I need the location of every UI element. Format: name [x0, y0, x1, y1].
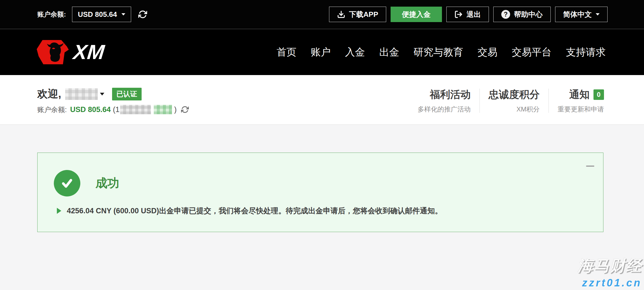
- chevron-down-icon: [100, 93, 104, 95]
- loyalty-points-link[interactable]: 忠诚度积分 XM积分: [489, 88, 540, 114]
- main-content: 成功 4256.04 CNY (600.00 USD)出金申请已提交，我们将会尽…: [0, 125, 644, 290]
- xm-logo-text: XM: [72, 42, 106, 62]
- nav-item-support[interactable]: 支持请求: [566, 46, 606, 59]
- nav-item-research-education[interactable]: 研究与教育: [414, 46, 463, 59]
- language-label: 简体中文: [563, 10, 592, 19]
- loyalty-title: 忠诚度积分: [489, 88, 540, 102]
- help-center-label: 帮助中心: [514, 10, 543, 19]
- account-number-prefix: (1: [113, 105, 120, 114]
- success-message-text: 4256.04 CNY (600.00 USD)出金申请已提交，我们将会尽快处理…: [67, 206, 442, 216]
- balance-amount: USD 805.64: [70, 105, 111, 114]
- xm-members-page: 账户余额: USD 805.64 下载APP 便捷入金 退出 ?: [0, 0, 644, 290]
- account-balance-dropdown[interactable]: USD 805.64: [72, 7, 131, 22]
- easy-deposit-button[interactable]: 便捷入金: [391, 7, 442, 22]
- help-question-icon: ?: [501, 10, 510, 19]
- account-balance-row: 账户余额: USD 805.64 (1 ): [37, 105, 189, 114]
- welcome-bar: 欢迎, 已认证 账户余额: USD 805.64 (1 ): [0, 75, 644, 125]
- notifications-link[interactable]: 通知 0 重要更新和申请: [558, 88, 604, 114]
- topbar-balance-label: 账户余额:: [37, 10, 66, 19]
- notifications-count-badge: 0: [593, 89, 604, 100]
- account-number-suffix: ): [174, 105, 177, 114]
- promotions-title: 福利活动: [418, 88, 471, 102]
- notifications-title: 通知 0: [558, 88, 604, 102]
- watermark: 海马财经 zzrt01.cn: [578, 256, 642, 289]
- logout-icon: [454, 10, 463, 18]
- refresh-icon: [138, 10, 147, 19]
- download-icon: [337, 10, 345, 18]
- topbar: 账户余额: USD 805.64 下载APP 便捷入金 退出 ?: [0, 0, 644, 29]
- censored-account-number: [120, 105, 151, 114]
- download-app-label: 下载APP: [349, 10, 378, 19]
- help-center-button[interactable]: ? 帮助中心: [493, 7, 551, 22]
- download-app-button[interactable]: 下载APP: [329, 7, 386, 22]
- notifications-title-text: 通知: [569, 88, 590, 102]
- divider: [479, 89, 480, 113]
- promotions-link[interactable]: 福利活动 多样化的推广活动: [418, 88, 471, 114]
- chevron-down-icon: [596, 13, 600, 15]
- verified-badge: 已认证: [112, 88, 142, 100]
- xm-bull-emblem-icon: [36, 39, 70, 65]
- logout-button[interactable]: 退出: [446, 7, 489, 22]
- main-navbar: XM 首页 账户 入金 出金 研究与教育 交易 交易平台 支持请求: [0, 29, 644, 75]
- loyalty-subtitle: XM积分: [489, 105, 540, 114]
- balance-label: 账户余额:: [37, 105, 67, 114]
- greeting-row: 欢迎, 已认证: [37, 87, 189, 101]
- nav-item-trading[interactable]: 交易: [478, 46, 497, 59]
- success-panel: 成功 4256.04 CNY (600.00 USD)出金申请已提交，我们将会尽…: [37, 153, 603, 232]
- watermark-site-name: 海马财经: [578, 256, 642, 276]
- nav-item-home[interactable]: 首页: [277, 46, 296, 59]
- divider: [548, 89, 549, 113]
- nav-item-platforms[interactable]: 交易平台: [512, 46, 552, 59]
- censored-account-tag: [154, 105, 172, 114]
- success-check-icon: [54, 170, 80, 196]
- chevron-down-icon: [121, 13, 125, 15]
- refresh-balance-button[interactable]: [138, 10, 147, 19]
- logout-label: 退出: [467, 10, 481, 19]
- collapse-panel-button[interactable]: [586, 166, 594, 167]
- greeting-text: 欢迎,: [37, 87, 61, 101]
- success-header: 成功: [38, 170, 603, 196]
- username-dropdown[interactable]: [65, 88, 104, 100]
- refresh-icon: [181, 106, 189, 113]
- easy-deposit-label: 便捷入金: [402, 10, 431, 19]
- xm-logo[interactable]: XM: [36, 39, 105, 65]
- refresh-account-balance-button[interactable]: [181, 106, 189, 113]
- balance-value: USD 805.64: [78, 10, 117, 19]
- notifications-subtitle: 重要更新和申请: [558, 105, 604, 114]
- arrow-right-icon: [57, 208, 61, 214]
- watermark-site-url: zzrt01.cn: [578, 277, 642, 289]
- nav-item-account[interactable]: 账户: [311, 46, 331, 59]
- nav-item-withdraw[interactable]: 出金: [379, 46, 399, 59]
- censored-username: [65, 88, 98, 100]
- topbar-actions: 下载APP 便捷入金 退出 ? 帮助中心 简体中文: [329, 7, 608, 22]
- promotions-subtitle: 多样化的推广活动: [418, 105, 471, 114]
- language-selector-button[interactable]: 简体中文: [555, 7, 608, 22]
- success-message-row: 4256.04 CNY (600.00 USD)出金申请已提交，我们将会尽快处理…: [38, 206, 603, 216]
- topbar-balance-group: 账户余额: USD 805.64: [37, 7, 147, 22]
- nav-item-deposit[interactable]: 入金: [345, 46, 365, 59]
- welcome-quick-links: 福利活动 多样化的推广活动 忠诚度积分 XM积分 通知 0 重要更新和申请: [418, 88, 604, 114]
- nav-menu: 首页 账户 入金 出金 研究与教育 交易 交易平台 支持请求: [277, 46, 606, 59]
- welcome-user-block: 欢迎, 已认证 账户余额: USD 805.64 (1 ): [37, 87, 189, 114]
- success-title: 成功: [96, 175, 119, 191]
